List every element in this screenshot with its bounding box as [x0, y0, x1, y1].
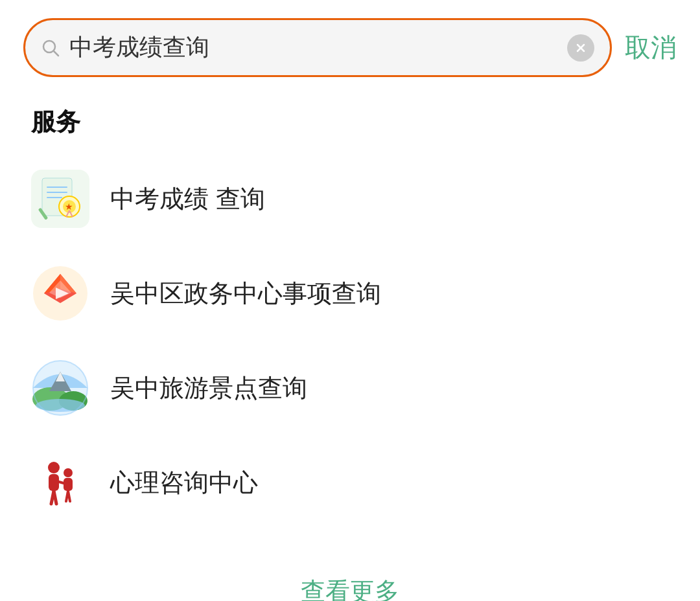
service-item-xinli[interactable]: 心理咨询中心	[0, 435, 700, 530]
svg-line-27	[54, 491, 56, 504]
service-label-gov: 吴中区政务中心事项查询	[110, 277, 381, 310]
service-label-xinli: 心理咨询中心	[110, 466, 258, 499]
cancel-button[interactable]: 取消	[625, 30, 677, 65]
search-clear-button[interactable]	[567, 34, 594, 62]
svg-rect-29	[64, 478, 73, 491]
svg-line-31	[68, 491, 70, 501]
service-list: ★ 中考成绩 查询	[0, 145, 700, 536]
svg-point-24	[48, 462, 60, 473]
svg-line-1	[54, 51, 58, 56]
see-more-area: 查看更多	[0, 549, 700, 601]
service-icon-zhongkao: ★	[31, 170, 89, 228]
page-container: 中考成绩查询 取消 服务	[0, 0, 700, 601]
service-icon-tour	[31, 359, 89, 417]
service-item-tour[interactable]: 吴中旅游景点查询	[0, 341, 700, 435]
svg-point-20	[36, 399, 85, 412]
search-area: 中考成绩查询 取消	[0, 0, 700, 93]
service-item-gov[interactable]: 吴中区政务中心事项查询	[0, 246, 700, 341]
see-more-button[interactable]: 查看更多	[301, 575, 399, 601]
service-icon-gov	[31, 264, 89, 323]
svg-text:★: ★	[65, 201, 73, 212]
search-input-value[interactable]: 中考成绩查询	[69, 32, 558, 63]
search-icon	[41, 38, 60, 58]
service-item-zhongkao[interactable]: ★ 中考成绩 查询	[0, 152, 700, 246]
service-label-zhongkao: 中考成绩 查询	[110, 183, 265, 216]
service-label-tour: 吴中旅游景点查询	[110, 372, 307, 405]
svg-line-32	[59, 482, 64, 483]
section-title: 服务	[0, 93, 700, 145]
svg-rect-25	[49, 474, 59, 491]
search-box[interactable]: 中考成绩查询	[23, 18, 612, 77]
svg-point-28	[64, 468, 73, 477]
service-icon-xinli	[31, 453, 89, 512]
